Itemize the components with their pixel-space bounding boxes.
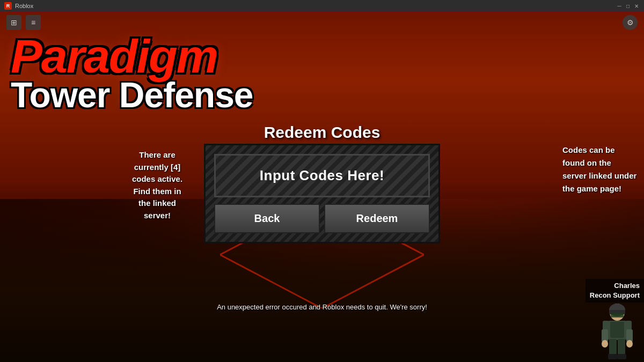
svg-rect-16 [617,354,626,359]
character-name-line1: Charles [590,281,640,291]
svg-point-12 [626,340,633,348]
game-title-paradigm: Paradigm [11,35,253,77]
character-name: Charles Recon Support [586,279,644,302]
dialog-title: Redeem Codes [204,123,440,142]
right-info-panel: Codes can be found on the server linked … [562,144,638,195]
svg-rect-14 [618,339,625,356]
dialog-buttons: Back Redeem [214,204,430,233]
character-avatar-container: Charles Recon Support [569,279,644,362]
back-button[interactable]: Back [214,204,320,233]
svg-rect-4 [611,313,624,317]
titlebar-title: Roblox [15,3,33,9]
close-button[interactable]: ✕ [633,3,640,9]
svg-rect-13 [609,339,617,356]
game-title-container: Paradigm Tower Defense [11,35,253,113]
minimize-button[interactable]: ─ [616,3,623,9]
maximize-button[interactable]: □ [625,3,631,9]
settings-icon[interactable]: ⚙ [623,15,638,30]
dialog-panel: Input Codes Here! Back Redeem [204,144,440,243]
window-controls: ─ □ ✕ [616,3,640,9]
left-info-panel: There are currently [4] codes active. Fi… [128,149,187,221]
code-input-area[interactable]: Input Codes Here! [214,154,430,197]
character-figure [593,302,641,361]
menu-icon[interactable]: ≡ [26,15,41,30]
roblox-icon: R [4,2,12,10]
titlebar: R Roblox ─ □ ✕ [0,0,644,12]
character-name-line2: Recon Support [590,291,640,300]
svg-point-11 [602,340,608,348]
svg-rect-6 [610,322,624,338]
input-placeholder: Input Codes Here! [260,167,384,183]
redeem-button[interactable]: Redeem [324,204,430,233]
taskbar-icons: ⊞ ≡ [6,15,41,30]
game-title-tower-defense: Tower Defense [11,77,253,113]
redeem-dialog: Redeem Codes Input Codes Here! Back Rede… [204,123,440,243]
error-message: An unexpected error occured and Roblox n… [217,303,427,311]
svg-rect-15 [608,354,617,359]
home-icon[interactable]: ⊞ [6,15,21,30]
